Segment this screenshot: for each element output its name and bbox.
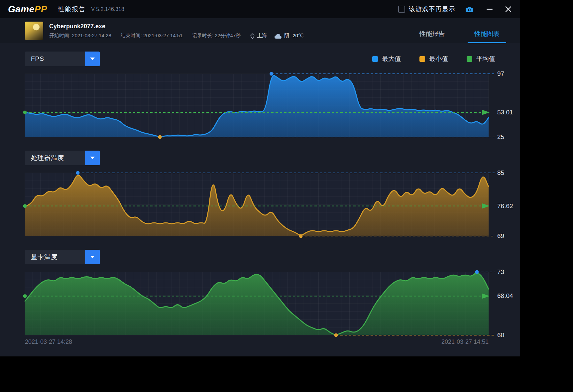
dropdown-selected-label: 处理器温度 [25, 151, 85, 165]
avg-swatch [467, 56, 472, 62]
min-swatch [419, 56, 425, 62]
tab-performance-charts[interactable]: 性能图表 [468, 30, 506, 43]
logo-text-game: Game [8, 4, 35, 14]
cpu-temp-metric-dropdown[interactable]: 处理器温度 [25, 151, 100, 165]
legend-item-min: 最小值 [419, 55, 448, 63]
game-avatar [25, 22, 43, 40]
cpu-temp-section-header: 处理器温度 [25, 151, 495, 165]
fps-chart-value-labels: 97 53.01 25 [489, 74, 520, 137]
max-swatch [372, 56, 378, 62]
weather-label: 阴 [284, 33, 289, 39]
location-pin-icon [250, 33, 255, 39]
titlebar: GamePP 性能报告 V 5.2.146.318 该游戏不再显示 [0, 0, 520, 18]
location-group: 上海 [250, 33, 267, 39]
report-header: Cyberpunk2077.exe 开始时间: 2021-03-27 14:28… [0, 18, 520, 43]
gpu-temp-chart [25, 272, 489, 335]
gpu-avg-value-label: 68.04 [497, 292, 513, 300]
weather-group: 阴 20℃ [274, 33, 304, 39]
gpu-min-value-label: 60 [497, 331, 504, 339]
gpu-temp-chart-value-labels: 73 68.04 60 [489, 272, 520, 335]
chevron-down-icon [90, 256, 95, 258]
cloud-icon [274, 34, 282, 39]
dropdown-caret-button[interactable] [85, 250, 100, 264]
end-time: 结束时间: 2021-03-27 14:51 [121, 33, 183, 39]
time-axis: 2021-03-27 14:28 2021-03-27 14:51 [25, 338, 489, 345]
close-icon [505, 6, 512, 12]
session-meta: 开始时间: 2021-03-27 14:28 结束时间: 2021-03-27 … [49, 33, 311, 39]
fps-chart [25, 74, 489, 137]
fps-metric-dropdown[interactable]: FPS [25, 52, 100, 66]
gpu-temp-chart-row: 73 68.04 60 [25, 272, 520, 335]
time-axis-start: 2021-03-27 14:28 [25, 338, 72, 345]
cpu-temp-chart-value-labels: 85 76.62 69 [489, 173, 520, 236]
fps-max-value-label: 97 [497, 70, 504, 77]
titlebar-controls: 该游戏不再显示 [398, 5, 512, 14]
gpu-max-value-label: 73 [497, 268, 504, 276]
fps-min-value-label: 25 [497, 133, 504, 141]
cpu-min-value-label: 69 [497, 232, 504, 240]
fps-chart-row: 97 53.01 25 [25, 74, 520, 137]
location-label: 上海 [257, 33, 267, 39]
logo-text-pp: PP [35, 4, 47, 14]
chevron-down-icon [90, 157, 95, 159]
cpu-max-value-label: 85 [497, 169, 504, 177]
cpu-avg-value-label: 76.62 [497, 202, 513, 210]
report-tabs: 性能报告 性能图表 [397, 18, 506, 43]
app-window: GamePP 性能报告 V 5.2.146.318 该游戏不再显示 [0, 0, 520, 356]
game-info: Cyberpunk2077.exe 开始时间: 2021-03-27 14:28… [49, 23, 311, 39]
time-axis-end: 2021-03-27 14:51 [441, 338, 489, 345]
dropdown-selected-label: 显卡温度 [25, 250, 85, 264]
legend-avg-label: 平均值 [476, 55, 495, 63]
cpu-temp-chart [25, 173, 489, 236]
close-button[interactable] [505, 6, 512, 12]
dropdown-selected-label: FPS [25, 52, 85, 66]
dropdown-caret-button[interactable] [85, 151, 100, 165]
game-title: Cyberpunk2077.exe [49, 23, 311, 30]
window-title: 性能报告 [58, 5, 86, 14]
dropdown-caret-button[interactable] [85, 52, 100, 66]
temperature-label: 20℃ [292, 33, 304, 39]
legend-item-avg: 平均值 [467, 55, 495, 63]
gpu-temp-section-header: 显卡温度 [25, 250, 495, 264]
fps-section-header: FPS 最大值 最小值 平均值 [25, 52, 495, 66]
legend-max-label: 最大值 [382, 55, 401, 63]
screenshot-camera-button[interactable] [465, 5, 474, 14]
legend-item-max: 最大值 [372, 55, 401, 63]
cpu-temp-chart-row: 85 76.62 69 [25, 173, 520, 236]
chevron-down-icon [90, 58, 95, 60]
start-time: 开始时间: 2021-03-27 14:28 [49, 33, 111, 39]
fps-avg-value-label: 53.01 [497, 109, 513, 116]
minimize-icon [487, 9, 493, 10]
app-version: V 5.2.146.318 [91, 6, 124, 12]
minimize-button[interactable] [487, 9, 493, 10]
legend-min-label: 最小值 [429, 55, 448, 63]
chart-legend: 最大值 最小值 平均值 [354, 55, 495, 63]
dont-show-again-label: 该游戏不再显示 [409, 5, 455, 14]
gpu-temp-metric-dropdown[interactable]: 显卡温度 [25, 250, 100, 264]
tab-performance-report[interactable]: 性能报告 [415, 30, 449, 43]
duration: 记录时长: 22分钟47秒 [192, 33, 241, 39]
camera-icon [465, 5, 474, 14]
dont-show-again-checkbox[interactable] [398, 6, 405, 13]
gamepp-logo: GamePP [8, 4, 47, 15]
